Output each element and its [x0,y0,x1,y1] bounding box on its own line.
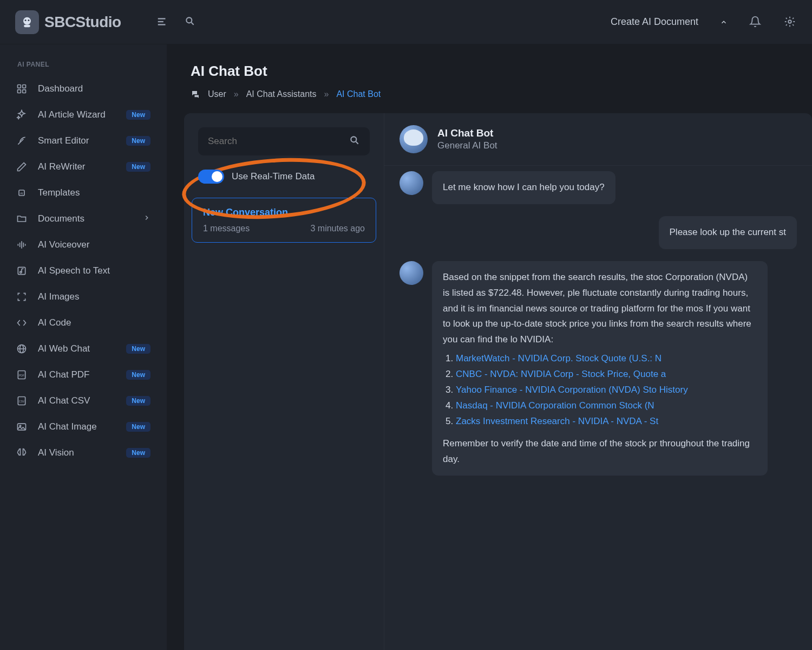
message-text: Let me know how I can help you today? [443,182,605,192]
bot-avatar-small [400,261,423,285]
breadcrumb-item[interactable]: AI Chat Assistants [246,89,317,99]
svg-line-33 [356,142,358,144]
message-bubble: Please look up the current st [659,216,797,249]
bot-avatar-small [400,171,423,195]
create-document-dropdown[interactable]: Create AI Document [611,16,728,28]
message-row-bot: Based on the snippet from the search res… [400,261,797,476]
sidebar-item[interactable]: AI VisionNew [0,440,167,466]
sidebar-item[interactable]: AI ReWriterNew [0,154,167,180]
result-link[interactable]: Zacks Investment Research - NVIDIA - NVD… [456,416,658,426]
sidebar-item-label: AI Article Wizard [38,109,106,120]
main-content: AI Chat Bot User » AI Chat Assistants » … [167,44,812,650]
chat-header: AI Chat Bot General AI Bot [384,113,812,166]
bot-avatar [400,125,428,153]
header-tools [156,16,198,29]
new-badge: New [126,344,150,354]
sidebar-item[interactable]: AI Speech to Text [0,258,167,284]
sidebar-item-label: AI Chat CSV [38,395,90,406]
chat-bubbles-icon [191,89,200,99]
search-icon[interactable] [185,16,198,29]
pdf-icon: PDF [16,369,27,380]
search-icon[interactable] [349,135,360,148]
message-text: Please look up the current st [670,227,786,237]
sidebar-item[interactable]: Smart EditorNew [0,128,167,154]
app-header: SBCStudio Create AI Document [0,0,812,44]
sidebar-item-label: AI Chat PDF [38,369,89,380]
sidebar-item-label: AI ReWriter [38,161,86,172]
chat-bot-name: AI Chat Bot [437,127,497,139]
new-badge: New [126,396,150,406]
result-link[interactable]: Nasdaq - NVIDIA Corporation Common Stock… [456,400,654,411]
search-input[interactable] [208,136,349,147]
new-badge: New [126,110,150,120]
message-text: Based on the snippet from the search res… [443,270,757,348]
sidebar-item-label: Smart Editor [38,135,89,146]
message-text: Remember to verify the date and time of … [443,436,757,467]
breadcrumb-sep: » [324,89,329,99]
settings-icon[interactable] [784,16,797,29]
breadcrumb: User » AI Chat Assistants » AI Chat Bot [191,89,788,99]
conversation-search[interactable] [198,127,370,155]
sidebar-item-label: Dashboard [38,83,83,94]
page-header: AI Chat Bot User » AI Chat Assistants » … [167,44,812,113]
header-right: Create AI Document [611,16,797,29]
conversation-meta: 1 messages 3 minutes ago [203,224,365,233]
result-link[interactable]: CNBC - NVDA: NVIDIA Corp - Stock Price, … [456,369,666,379]
sidebar-item[interactable]: Documents [0,206,167,232]
breadcrumb-item[interactable]: User [208,89,226,99]
chevron-up-icon [720,18,728,26]
conversation-time: 3 minutes ago [310,224,365,233]
message-row-user: Please look up the current st [400,216,797,249]
svg-point-32 [351,136,356,142]
sidebar-item[interactable]: CSVAI Chat CSVNew [0,388,167,414]
svg-point-2 [28,19,29,21]
svg-point-7 [186,17,192,23]
brain-icon [16,447,27,458]
svg-line-8 [191,22,193,24]
sidebar-item-label: AI Code [38,317,71,328]
sidebar-item[interactable]: AI Voiceover [0,232,167,258]
brand-logo[interactable]: SBCStudio [15,10,121,34]
realtime-toggle[interactable] [198,170,224,184]
sidebar-item-label: Templates [38,187,80,198]
realtime-toggle-row: Use Real-Time Data [184,155,384,198]
robot-icon [15,10,39,34]
sidebar-item-label: Documents [38,213,84,224]
sidebar-item[interactable]: AITemplates [0,180,167,206]
focus-icon [16,291,27,302]
svg-point-1 [25,19,27,21]
link-list: MarketWatch - NVIDIA Corp. Stock Quote (… [443,351,757,429]
messages-list: Let me know how I can help you today? Pl… [384,166,812,650]
conversation-card[interactable]: New Conversation 1 messages 3 minutes ag… [192,198,376,243]
svg-rect-11 [23,85,26,88]
sidebar-item[interactable]: AI Images [0,284,167,310]
chat-bot-subtitle: General AI Bot [437,140,497,151]
new-badge: New [126,422,150,432]
svg-rect-10 [18,85,21,88]
music-icon [16,265,27,276]
bell-icon[interactable] [749,16,762,29]
image-icon [16,421,27,432]
chevron-right-icon [143,213,150,224]
folder-icon [16,213,27,224]
chip-icon: AI [16,187,27,198]
sidebar-item-label: AI Chat Image [38,421,97,432]
pencil-icon [16,161,27,172]
result-link[interactable]: Yahoo Finance - NVIDIA Corporation (NVDA… [456,385,688,395]
sidebar-item[interactable]: AI Article WizardNew [0,102,167,128]
sidebar-item[interactable]: Dashboard [0,76,167,102]
svg-text:PDF: PDF [19,374,24,377]
svg-point-9 [788,20,791,23]
svg-rect-12 [18,90,21,93]
result-link[interactable]: MarketWatch - NVIDIA Corp. Stock Quote (… [456,353,662,363]
create-document-label: Create AI Document [611,16,698,28]
sidebar-item[interactable]: AI Chat ImageNew [0,414,167,440]
sidebar-item[interactable]: AI Web ChatNew [0,336,167,362]
menu-icon[interactable] [156,16,169,29]
sidebar-item-label: AI Web Chat [38,343,90,354]
sidebar-item-label: AI Vision [38,447,74,458]
sidebar-item[interactable]: PDFAI Chat PDFNew [0,362,167,388]
sidebar-item-label: AI Images [38,291,80,302]
code-icon [16,317,27,328]
sidebar-item[interactable]: AI Code [0,310,167,336]
